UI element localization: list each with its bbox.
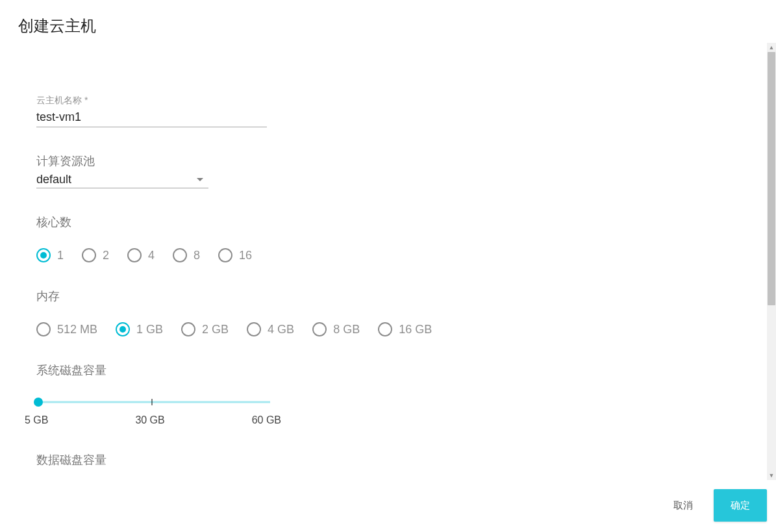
radio-icon (116, 322, 130, 336)
radio-icon (181, 322, 195, 336)
radio-label: 512 MB (57, 323, 97, 336)
memory-option-2-gb[interactable]: 2 GB (181, 322, 229, 336)
radio-icon (36, 322, 51, 336)
field-datadisk: 数据磁盘容量 (36, 452, 767, 468)
radio-icon (173, 248, 187, 262)
radio-label: 4 (148, 249, 155, 262)
vm-name-label: 云主机名称 * (36, 95, 767, 107)
resource-pool-label: 计算资源池 (36, 153, 767, 169)
dialog-actions: 取消 确定 (0, 480, 776, 532)
radio-icon (247, 322, 261, 336)
cancel-button[interactable]: 取消 (667, 493, 699, 518)
radio-label: 1 (57, 249, 64, 262)
cores-radio-group: 124816 (36, 248, 767, 262)
dialog-title: 创建云主机 (0, 0, 776, 43)
cores-option-8[interactable]: 8 (173, 248, 200, 262)
memory-radio-group: 512 MB1 GB2 GB4 GB8 GB16 GB (36, 322, 767, 336)
vm-name-input-wrap (36, 110, 267, 127)
create-vm-dialog: 创建云主机 云主机名称 * 计算资源池 default 核心数 (0, 0, 776, 532)
field-cores: 核心数 124816 (36, 214, 767, 262)
resource-pool-value: default (36, 173, 71, 186)
memory-label: 内存 (36, 288, 767, 304)
memory-option-512-mb[interactable]: 512 MB (36, 322, 97, 336)
dialog-body: 云主机名称 * 计算资源池 default 核心数 124816 内 (0, 43, 767, 480)
cores-option-16[interactable]: 16 (218, 248, 252, 262)
memory-option-1-gb[interactable]: 1 GB (116, 322, 163, 336)
sysdisk-slider[interactable] (33, 396, 270, 408)
cores-option-1[interactable]: 1 (36, 248, 64, 262)
radio-icon (127, 248, 142, 262)
radio-label: 8 GB (333, 323, 360, 336)
sysdisk-label: 系统磁盘容量 (36, 362, 767, 378)
datadisk-label: 数据磁盘容量 (36, 452, 767, 468)
radio-icon (312, 322, 327, 336)
confirm-button[interactable]: 确定 (714, 489, 767, 522)
radio-label: 2 (103, 249, 109, 262)
radio-icon (82, 248, 96, 262)
radio-label: 2 GB (202, 323, 229, 336)
scrollbar-thumb[interactable] (768, 52, 775, 305)
scrollbar-arrow-down-icon[interactable]: ▼ (767, 471, 776, 480)
sysdisk-slider-block: 5 GB 30 GB 60 GB (36, 396, 767, 426)
memory-option-4-gb[interactable]: 4 GB (247, 322, 294, 336)
radio-icon (218, 248, 232, 262)
memory-option-8-gb[interactable]: 8 GB (312, 322, 360, 336)
radio-label: 1 GB (136, 323, 163, 336)
vm-name-input[interactable] (36, 110, 267, 124)
cores-option-2[interactable]: 2 (82, 248, 109, 262)
slider-tick-mid (151, 399, 153, 405)
radio-icon (36, 248, 51, 262)
field-vm-name: 云主机名称 * (36, 95, 767, 127)
sysdisk-tick-mid: 30 GB (135, 414, 164, 426)
field-resource-pool: 计算资源池 default (36, 153, 767, 188)
scrollbar[interactable]: ▲ ▼ (767, 43, 776, 480)
field-sysdisk: 系统磁盘容量 5 GB 30 GB 60 GB (36, 362, 767, 426)
scrollbar-arrow-up-icon[interactable]: ▲ (767, 43, 776, 52)
sysdisk-tick-max: 60 GB (252, 414, 281, 426)
memory-option-16-gb[interactable]: 16 GB (378, 322, 432, 336)
sysdisk-tick-min: 5 GB (25, 414, 48, 426)
chevron-down-icon (197, 178, 203, 181)
cores-option-4[interactable]: 4 (127, 248, 155, 262)
radio-icon (378, 322, 392, 336)
cores-label: 核心数 (36, 214, 767, 230)
radio-label: 8 (194, 249, 200, 262)
radio-label: 16 (239, 249, 252, 262)
radio-label: 4 GB (268, 323, 294, 336)
radio-label: 16 GB (399, 323, 432, 336)
field-memory: 内存 512 MB1 GB2 GB4 GB8 GB16 GB (36, 288, 767, 336)
dialog-body-wrap: 云主机名称 * 计算资源池 default 核心数 124816 内 (0, 43, 776, 480)
slider-track (38, 401, 270, 403)
slider-thumb[interactable] (34, 398, 43, 407)
resource-pool-select[interactable]: default (36, 173, 208, 188)
sysdisk-slider-labels: 5 GB 30 GB 60 GB (25, 414, 281, 426)
